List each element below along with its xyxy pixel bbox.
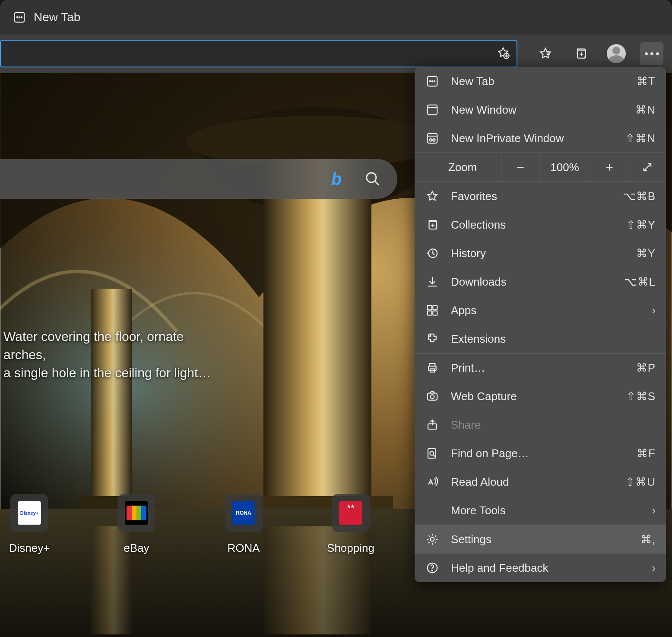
svg-point-43	[431, 570, 432, 571]
settings-and-more-button[interactable]	[640, 42, 663, 65]
menu-zoom-row: Zoom 100%	[415, 153, 666, 182]
svg-rect-23	[428, 105, 437, 115]
quick-link-shopping[interactable]: Shopping	[329, 494, 372, 555]
svg-rect-36	[428, 393, 437, 400]
quick-link-label: RONA	[227, 541, 260, 555]
menu-shortcut: ⇧⌘S	[626, 390, 656, 403]
menu-item-more-tools[interactable]: More Tools ›	[415, 496, 666, 525]
add-favorite-icon[interactable]	[497, 46, 510, 61]
menu-item-read-aloud[interactable]: Read Aloud ⇧⌘U	[415, 468, 666, 496]
search-icon	[364, 170, 382, 188]
svg-point-21	[432, 81, 433, 82]
menu-item-label: Favorites	[451, 190, 612, 203]
address-bar[interactable]	[0, 40, 517, 67]
menu-item-extensions[interactable]: Extensions	[415, 325, 666, 353]
svg-point-33	[428, 334, 431, 336]
apps-icon	[425, 303, 440, 318]
more-icon	[645, 52, 659, 55]
rona-logo-icon: RONA	[232, 501, 255, 525]
svg-rect-30	[433, 306, 437, 310]
blank-icon	[425, 503, 440, 518]
zoom-in-button[interactable]	[590, 153, 628, 182]
svg-point-3	[21, 17, 22, 18]
menu-item-label: Apps	[451, 304, 640, 317]
new-tab-page-icon	[13, 11, 26, 24]
menu-item-collections[interactable]: Collections ⇧⌘Y	[415, 210, 666, 239]
svg-point-40	[430, 452, 434, 455]
quick-link-label: eBay	[124, 541, 149, 555]
menu-item-new-tab[interactable]: New Tab ⌘T	[415, 67, 666, 96]
menu-item-print[interactable]: Print… ⌘P	[415, 354, 666, 382]
bing-icon: b	[327, 170, 346, 188]
menu-item-label: More Tools	[451, 504, 640, 517]
svg-point-22	[434, 81, 435, 82]
svg-point-2	[19, 17, 20, 18]
menu-item-new-inprivate-window[interactable]: New InPrivate Window ⇧⌘N	[415, 124, 666, 153]
menu-item-label: New InPrivate Window	[451, 132, 614, 145]
image-caption: Water covering the floor, ornate arches,…	[3, 328, 228, 382]
menu-item-new-window[interactable]: New Window ⌘N	[415, 96, 666, 124]
quick-link-disney[interactable]: Disney+ Disney+	[8, 494, 51, 555]
profile-button[interactable]	[605, 42, 628, 65]
menu-item-find-on-page[interactable]: Find on Page… ⌘F	[415, 439, 666, 468]
menu-shortcut: ⇧⌘Y	[626, 218, 656, 232]
menu-item-label: Settings	[451, 533, 629, 546]
menu-item-downloads[interactable]: Downloads ⌥⌘L	[415, 268, 666, 296]
share-icon	[425, 417, 440, 432]
new-window-icon	[425, 102, 440, 117]
menu-shortcut: ⌥⌘L	[624, 275, 656, 289]
quick-link-rona[interactable]: RONA RONA	[222, 494, 265, 555]
help-icon	[425, 561, 440, 575]
menu-item-history[interactable]: History ⌘Y	[415, 239, 666, 268]
svg-rect-32	[433, 311, 437, 315]
chevron-right-icon: ›	[652, 561, 656, 575]
read-aloud-icon	[425, 475, 440, 489]
menu-item-favorites[interactable]: Favorites ⌥⌘B	[415, 182, 666, 210]
menu-item-label: Read Aloud	[451, 475, 614, 489]
menu-item-label: History	[451, 247, 625, 260]
quick-link-label: Disney+	[9, 541, 50, 555]
print-icon	[425, 360, 440, 375]
quick-link-label: Shopping	[327, 541, 374, 555]
zoom-out-button[interactable]	[501, 153, 539, 182]
quick-link-ebay[interactable]: eBay	[115, 494, 158, 555]
collections-button[interactable]	[569, 42, 593, 65]
svg-point-1	[17, 17, 18, 18]
collections-icon	[425, 217, 440, 232]
svg-rect-11	[91, 289, 132, 513]
menu-shortcut: ⌘F	[637, 447, 656, 460]
menu-item-label: Extensions	[451, 332, 656, 346]
history-icon	[425, 246, 440, 261]
settings-icon	[425, 532, 440, 547]
chevron-right-icon: ›	[652, 504, 656, 517]
web-capture-icon	[425, 389, 440, 404]
svg-point-25	[430, 139, 432, 141]
svg-rect-24	[428, 134, 437, 143]
menu-item-label: Find on Page…	[451, 447, 625, 460]
menu-shortcut: ⌘T	[637, 75, 656, 88]
favorites-button[interactable]	[534, 42, 557, 65]
menu-item-label: Downloads	[451, 275, 613, 289]
menu-item-help-and-feedback[interactable]: Help and Feedback ›	[415, 554, 666, 582]
menu-shortcut: ⇧⌘N	[625, 132, 656, 145]
svg-point-37	[431, 395, 434, 398]
favorites-icon	[425, 189, 440, 204]
menu-item-web-capture[interactable]: Web Capture ⇧⌘S	[415, 382, 666, 411]
menu-item-apps[interactable]: Apps ›	[415, 296, 666, 325]
fullscreen-button[interactable]	[628, 153, 666, 182]
svg-rect-10	[263, 159, 371, 548]
svg-rect-39	[428, 449, 436, 459]
inprivate-icon	[425, 131, 440, 146]
tab-new-tab[interactable]: New Tab	[13, 10, 80, 24]
chevron-right-icon: ›	[652, 304, 656, 317]
svg-point-41	[431, 538, 434, 541]
downloads-icon	[425, 274, 440, 289]
avatar-icon	[607, 44, 626, 63]
menu-shortcut: ⇧⌘U	[625, 475, 656, 489]
web-search-bar[interactable]: b	[0, 159, 397, 199]
menu-shortcut: ⌥⌘B	[623, 190, 656, 203]
caption-line-2: a single hole in the ceiling for light…	[3, 364, 228, 382]
menu-item-settings[interactable]: Settings ⌘,	[415, 525, 666, 554]
menu-shortcut: ⌘N	[635, 103, 656, 117]
ebay-logo-icon	[125, 501, 148, 525]
